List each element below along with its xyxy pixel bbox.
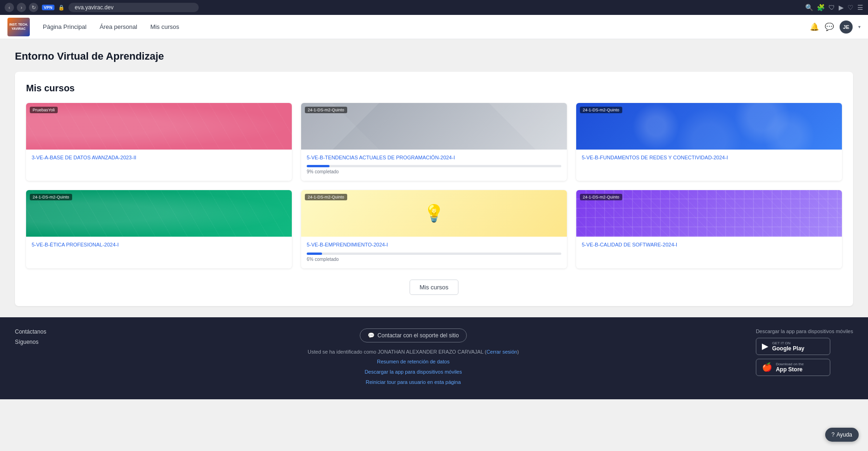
back-button[interactable]: ‹ <box>5 3 14 12</box>
nav-personal-area[interactable]: Área personal <box>94 20 143 33</box>
main-nav: Página Principal Área personal Mis curso… <box>37 20 185 33</box>
progress-label-5: 6% completado <box>307 257 561 262</box>
course-info-1: 3-VE-A-BASE DE DATOS AVANZADA-2023-II <box>26 150 292 171</box>
notifications-button[interactable]: 🔔 <box>810 22 819 31</box>
nav-home[interactable]: Página Principal <box>37 20 92 33</box>
main-content: Entorno Virtual de Aprendizaje Mis curso… <box>0 39 868 317</box>
search-icon[interactable]: 🔍 <box>805 4 813 11</box>
course-thumb-5: 💡 24-1-DS-m2-Quinto <box>301 190 567 237</box>
footer-restart-tour: Reiniciar tour para usuario en esta pági… <box>89 378 737 387</box>
site-logo: INST. TECH.YAVIRAC <box>7 18 30 36</box>
mis-cursos-button[interactable]: Mis cursos <box>410 280 458 295</box>
course-card-6[interactable]: 24-1-DS-m2-Quinto 5-VE-B-CALIDAD DE SOFT… <box>576 190 842 268</box>
url-bar[interactable] <box>68 3 199 12</box>
restart-tour-link[interactable]: Reiniciar tour para usuario en esta pági… <box>366 379 461 385</box>
shield-icon[interactable]: 🛡 <box>828 4 835 11</box>
extensions-icon[interactable]: 🧩 <box>817 4 825 11</box>
page-title: Entorno Virtual de Aprendizaje <box>15 50 853 62</box>
course-info-2: 5-VE-B-TENDENCIAS ACTUALES DE PROGRAMACI… <box>301 150 567 181</box>
progress-bar-fill-2 <box>307 165 330 167</box>
menu-icon[interactable]: ☰ <box>857 4 863 11</box>
user-avatar[interactable]: JE <box>840 20 853 34</box>
course-name-3: 5-VE-B-FUNDAMENTOS DE REDES Y CONECTIVID… <box>582 154 836 161</box>
google-play-button[interactable]: ▶ GET IT ON Google Play <box>756 338 830 355</box>
footer-download-app: Descargar la app para dispositivos móvil… <box>89 368 737 376</box>
footer-right: Descargar la app para dispositivos móvil… <box>756 328 853 380</box>
course-thumb-2: 24-1-DS-m2-Quinto <box>301 103 567 150</box>
course-tag-5: 24-1-DS-m2-Quinto <box>305 194 347 200</box>
course-tag-6: 24-1-DS-m2-Quinto <box>580 194 622 200</box>
footer-logged-as: Usted se ha identificado como JONATHAN A… <box>89 348 737 356</box>
support-button[interactable]: 💬 Contactar con el soporte del sitio <box>360 328 467 342</box>
course-info-4: 5-VE-B-ÉTICA PROFESIONAL-2024-I <box>26 237 292 259</box>
data-retention-link[interactable]: Resumen de retención de datos <box>377 359 450 364</box>
forward-button[interactable]: › <box>17 3 26 12</box>
footer-center: 💬 Contactar con el soporte del sitio Ust… <box>89 328 737 388</box>
courses-grid: PruebasYoli 3-VE-A-BASE DE DATOS AVANZAD… <box>26 103 842 268</box>
support-button-label: Contactar con el soporte del sitio <box>377 332 459 339</box>
footer-data-summary: Resumen de retención de datos <box>89 358 737 366</box>
course-card-1[interactable]: PruebasYoli 3-VE-A-BASE DE DATOS AVANZAD… <box>26 103 292 181</box>
nav-my-courses[interactable]: Mis cursos <box>145 20 185 33</box>
course-tag-1: PruebasYoli <box>30 107 58 113</box>
course-info-5: 5-VE-B-EMPRENDIMIENTO-2024-I 6% completa… <box>301 237 567 268</box>
course-tag-3: 24-1-DS-m2-Quinto <box>580 107 622 113</box>
browser-chrome: ‹ › ↻ VPN 🔒 🔍 🧩 🛡 ▶ ♡ ☰ <box>0 0 868 15</box>
apple-icon: 🍎 <box>762 362 772 372</box>
support-icon: 💬 <box>368 332 375 339</box>
course-tag-4: 24-1-DS-m2-Quinto <box>30 194 72 200</box>
play-icon[interactable]: ▶ <box>839 4 844 11</box>
course-card-3[interactable]: 24-1-DS-m2-Quinto 5-VE-B-FUNDAMENTOS DE … <box>576 103 842 181</box>
mobile-download-title: Descargar la app para dispositivos móvil… <box>756 328 853 334</box>
messages-button[interactable]: 💬 <box>825 22 834 31</box>
lock-icon: 🔒 <box>58 5 65 11</box>
course-info-6: 5-VE-B-CALIDAD DE SOFTWARE-2024-I <box>576 237 842 259</box>
courses-section-title: Mis cursos <box>26 83 842 94</box>
app-store-button[interactable]: 🍎 Download on the App Store <box>756 359 830 376</box>
courses-container: Mis cursos PruebasYoli 3-VE-A-BASE DE DA… <box>15 72 853 306</box>
footer-contact-link[interactable]: Contáctanos <box>15 328 71 335</box>
course-thumb-4: 24-1-DS-m2-Quinto <box>26 190 292 237</box>
progress-bar-wrap-5 <box>307 253 561 255</box>
progress-bar-wrap-2 <box>307 165 561 167</box>
footer-left: Contáctanos Síguenos <box>15 328 71 349</box>
nav-right: 🔔 💬 JE ▾ <box>810 20 861 34</box>
app-store-text: Download on the App Store <box>776 362 804 373</box>
user-menu-chevron[interactable]: ▾ <box>858 24 861 29</box>
download-app-link[interactable]: Descargar la app para dispositivos móvil… <box>364 369 462 375</box>
course-card-5[interactable]: 💡 24-1-DS-m2-Quinto 5-VE-B-EMPRENDIMIENT… <box>301 190 567 268</box>
vpn-badge: VPN <box>42 5 54 10</box>
browser-right-icons: 🔍 🧩 🛡 ▶ ♡ ☰ <box>805 4 863 11</box>
course-thumb-1: PruebasYoli <box>26 103 292 150</box>
course-tag-2: 24-1-DS-m2-Quinto <box>305 107 347 113</box>
google-play-icon: ▶ <box>762 341 768 351</box>
course-name-1: 3-VE-A-BASE DE DATOS AVANZADA-2023-II <box>32 154 286 161</box>
progress-label-2: 9% completado <box>307 169 561 174</box>
reload-button[interactable]: ↻ <box>29 3 38 12</box>
progress-bar-fill-5 <box>307 253 322 255</box>
course-name-4: 5-VE-B-ÉTICA PROFESIONAL-2024-I <box>32 241 286 248</box>
course-name-2: 5-VE-B-TENDENCIAS ACTUALES DE PROGRAMACI… <box>307 154 561 161</box>
heart-icon[interactable]: ♡ <box>848 4 854 11</box>
google-play-text: GET IT ON Google Play <box>772 341 804 352</box>
site-navigation: INST. TECH.YAVIRAC Página Principal Área… <box>0 15 868 39</box>
footer-follow-link[interactable]: Síguenos <box>15 339 71 345</box>
browser-controls: ‹ › ↻ <box>5 3 38 12</box>
logout-link[interactable]: Cerrar sesión <box>486 349 517 355</box>
course-info-3: 5-VE-B-FUNDAMENTOS DE REDES Y CONECTIVID… <box>576 150 842 171</box>
course-card-2[interactable]: 24-1-DS-m2-Quinto 5-VE-B-TENDENCIAS ACTU… <box>301 103 567 181</box>
course-thumb-6: 24-1-DS-m2-Quinto <box>576 190 842 237</box>
course-name-5: 5-VE-B-EMPRENDIMIENTO-2024-I <box>307 241 561 248</box>
course-thumb-3: 24-1-DS-m2-Quinto <box>576 103 842 150</box>
site-footer: Contáctanos Síguenos 💬 Contactar con el … <box>0 317 868 399</box>
course-name-6: 5-VE-B-CALIDAD DE SOFTWARE-2024-I <box>582 241 836 248</box>
course-card-4[interactable]: 24-1-DS-m2-Quinto 5-VE-B-ÉTICA PROFESION… <box>26 190 292 268</box>
